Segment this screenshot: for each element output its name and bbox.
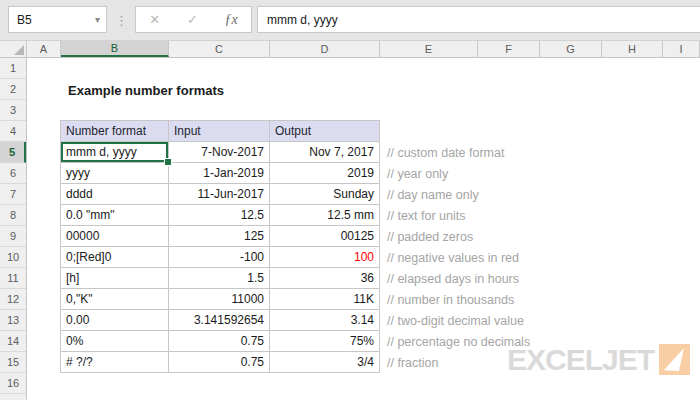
page-title[interactable]: Example number formats <box>68 83 224 98</box>
table-row: dddd11-Jun-2017Sunday <box>61 184 380 205</box>
comment-cell-E13[interactable]: // two-digit decimal value <box>380 310 680 331</box>
cell-input-C12[interactable]: 11000 <box>169 289 270 310</box>
cell-output-D8[interactable]: 12.5 mm <box>270 205 380 226</box>
comment-cell-E9[interactable]: // padded zeros <box>380 226 680 247</box>
cell-output-D12[interactable]: 11K <box>270 289 380 310</box>
table-row: 0.003.1415926543.14 <box>61 310 380 331</box>
cell-format-B15[interactable]: # ?/? <box>61 352 169 373</box>
formula-strip: B5 ▾ ⋮ ✕ ✓ ƒx mmm d, yyyy <box>0 0 700 41</box>
cell-format-B9[interactable]: 00000 <box>61 226 169 247</box>
table-header-output[interactable]: Output <box>270 121 380 142</box>
select-all-triangle-icon <box>14 45 24 55</box>
table-header-number-format[interactable]: Number format <box>61 121 169 142</box>
cell-input-C11[interactable]: 1.5 <box>169 268 270 289</box>
row-header-3[interactable]: 3 <box>0 100 26 121</box>
cell-format-B12[interactable]: 0,"K" <box>61 289 169 310</box>
row-header-2[interactable]: 2 <box>0 79 26 100</box>
comment-cell-E5[interactable]: // custom date format <box>380 142 680 163</box>
cell-output-D6[interactable]: 2019 <box>270 163 380 184</box>
row-header-12[interactable]: 12 <box>0 289 26 310</box>
cell-output-D10[interactable]: 100 <box>270 247 380 268</box>
comment-cell-E6[interactable]: // year only <box>380 163 680 184</box>
row-header-11[interactable]: 11 <box>0 268 26 289</box>
cell-input-C9[interactable]: 125 <box>169 226 270 247</box>
table-header-row: Number formatInputOutput <box>61 121 380 142</box>
cell-input-C14[interactable]: 0.75 <box>169 331 270 352</box>
cell-input-C6[interactable]: 1-Jan-2019 <box>169 163 270 184</box>
cell-output-D11[interactable]: 36 <box>270 268 380 289</box>
fill-handle[interactable] <box>164 158 172 166</box>
enter-icon[interactable]: ✓ <box>187 13 198 26</box>
column-header-I[interactable]: I <box>663 41 700 57</box>
row-number-column: 1234567891011121314151617 <box>0 58 26 400</box>
worksheet-area: Example number formats Number formatInpu… <box>27 58 700 400</box>
table-row: mmm d, yyyy7-Nov-2017Nov 7, 2017 <box>61 142 380 163</box>
formula-text: mmm d, yyyy <box>267 13 338 27</box>
cell-format-B7[interactable]: dddd <box>61 184 169 205</box>
select-all-button[interactable] <box>0 41 27 57</box>
row-header-1[interactable]: 1 <box>0 58 26 79</box>
cell-input-C5[interactable]: 7-Nov-2017 <box>169 142 270 163</box>
column-headers: ABCDEFGHI <box>0 41 700 58</box>
row-header-17[interactable]: 17 <box>0 394 26 400</box>
cell-format-B13[interactable]: 0.00 <box>61 310 169 331</box>
table-row: 0%0.7575% <box>61 331 380 352</box>
row-header-5[interactable]: 5 <box>0 142 26 163</box>
table-row: # ?/?0.753/4 <box>61 352 380 373</box>
formula-bar-input[interactable]: mmm d, yyyy <box>257 6 700 33</box>
cell-output-D15[interactable]: 3/4 <box>270 352 380 373</box>
row-header-10[interactable]: 10 <box>0 247 26 268</box>
row-header-14[interactable]: 14 <box>0 331 26 352</box>
cell-input-C13[interactable]: 3.141592654 <box>169 310 270 331</box>
cell-output-D13[interactable]: 3.14 <box>270 310 380 331</box>
cell-format-B14[interactable]: 0% <box>61 331 169 352</box>
row-header-7[interactable]: 7 <box>0 184 26 205</box>
column-header-A[interactable]: A <box>27 41 61 57</box>
name-box[interactable]: B5 ▾ <box>8 6 107 33</box>
comments-column: // custom date format// year only// day … <box>380 142 680 373</box>
row-header-16[interactable]: 16 <box>0 373 26 394</box>
number-formats-table: Number formatInputOutput mmm d, yyyy7-No… <box>60 120 380 373</box>
column-header-H[interactable]: H <box>602 41 663 57</box>
row-header-13[interactable]: 13 <box>0 310 26 331</box>
cell-format-B10[interactable]: 0;[Red]0 <box>61 247 169 268</box>
column-header-B[interactable]: B <box>61 41 169 57</box>
table-header-input[interactable]: Input <box>169 121 270 142</box>
table-body: mmm d, yyyy7-Nov-2017Nov 7, 2017yyyy1-Ja… <box>61 142 380 373</box>
formula-buttons: ✕ ✓ ƒx <box>135 6 252 33</box>
comment-cell-E12[interactable]: // number in thousands <box>380 289 680 310</box>
cell-output-D7[interactable]: Sunday <box>270 184 380 205</box>
comment-cell-E7[interactable]: // day name only <box>380 184 680 205</box>
excel-window: B5 ▾ ⋮ ✕ ✓ ƒx mmm d, yyyy ABCDEFGHI 1234… <box>0 0 700 400</box>
chevron-down-icon[interactable]: ▾ <box>95 14 100 25</box>
insert-function-icon[interactable]: ƒx <box>224 12 237 28</box>
cell-format-B6[interactable]: yyyy <box>61 163 169 184</box>
cell-output-D14[interactable]: 75% <box>270 331 380 352</box>
comment-cell-E11[interactable]: // elapsed days in hours <box>380 268 680 289</box>
column-header-G[interactable]: G <box>540 41 602 57</box>
cell-input-C10[interactable]: -100 <box>169 247 270 268</box>
row-header-15[interactable]: 15 <box>0 352 26 373</box>
namebox-resize-handle-icon: ⋮ <box>115 7 128 33</box>
column-header-F[interactable]: F <box>478 41 540 57</box>
comment-cell-E8[interactable]: // text for units <box>380 205 680 226</box>
cell-format-B5[interactable]: mmm d, yyyy <box>61 142 169 163</box>
cell-input-C8[interactable]: 12.5 <box>169 205 270 226</box>
cell-format-B11[interactable]: [h] <box>61 268 169 289</box>
column-letter-row: ABCDEFGHI <box>27 41 700 57</box>
cell-output-D5[interactable]: Nov 7, 2017 <box>270 142 380 163</box>
row-header-9[interactable]: 9 <box>0 226 26 247</box>
row-header-8[interactable]: 8 <box>0 205 26 226</box>
column-header-C[interactable]: C <box>169 41 270 57</box>
cell-output-D9[interactable]: 00125 <box>270 226 380 247</box>
cell-format-B8[interactable]: 0.0 "mm" <box>61 205 169 226</box>
column-header-D[interactable]: D <box>270 41 380 57</box>
cell-input-C7[interactable]: 11-Jun-2017 <box>169 184 270 205</box>
row-header-6[interactable]: 6 <box>0 163 26 184</box>
row-header-4[interactable]: 4 <box>0 121 26 142</box>
column-header-E[interactable]: E <box>380 41 478 57</box>
table-row: yyyy1-Jan-20192019 <box>61 163 380 184</box>
comment-cell-E10[interactable]: // negative values in red <box>380 247 680 268</box>
cancel-icon[interactable]: ✕ <box>149 13 160 26</box>
cell-input-C15[interactable]: 0.75 <box>169 352 270 373</box>
